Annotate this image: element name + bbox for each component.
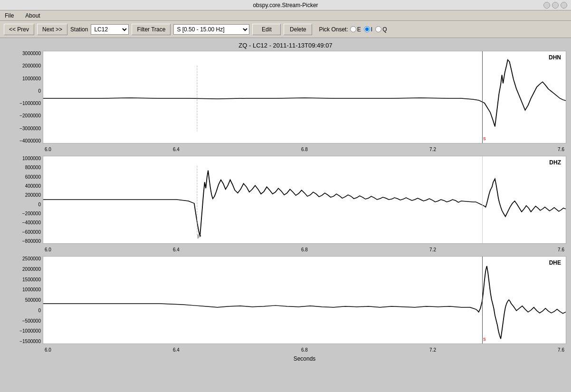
radio-q-label: Q xyxy=(382,26,387,33)
radio-q[interactable]: Q xyxy=(375,26,387,33)
waveform-dhz: P xyxy=(43,156,566,243)
title-bar: obspy.core.Stream-Picker xyxy=(0,0,571,10)
chart-title: ZQ - LC12 - 2011-11-13T09:49:07 xyxy=(5,42,566,49)
radio-e-label: E xyxy=(357,26,361,33)
waveform-dhe xyxy=(43,257,566,344)
filter-trace-button[interactable]: Filter Trace xyxy=(132,24,171,35)
content-area: ZQ - LC12 - 2011-11-13T09:49:07 3000000 … xyxy=(0,38,571,364)
chart-dhz: 1000000 800000 600000 400000 200000 0 −2… xyxy=(5,156,566,244)
toolbar: << Prev Next >> Station LC12 Filter Trac… xyxy=(0,21,571,38)
radio-e-input[interactable] xyxy=(350,26,356,32)
x-axis-dhe: 6.0 6.4 6.8 7.2 7.6 xyxy=(43,347,566,353)
pick-onset-label: Pick Onset: xyxy=(319,26,348,33)
window-title: obspy.core.Stream-Picker xyxy=(253,2,318,9)
radio-i[interactable]: I xyxy=(364,26,372,33)
dhn-label: DHN xyxy=(549,54,561,61)
dhe-label: DHE xyxy=(549,259,561,266)
chart-dhe: 2500000 2000000 1500000 1000000 500000 0… xyxy=(5,256,566,344)
x-axis-label: Seconds xyxy=(43,355,566,362)
close-button[interactable] xyxy=(561,2,567,9)
menu-about[interactable]: About xyxy=(22,11,43,20)
prev-button[interactable]: << Prev xyxy=(4,24,34,35)
menu-file[interactable]: File xyxy=(2,11,17,20)
pick-onset-group: Pick Onset: E I Q xyxy=(319,26,387,33)
delete-button[interactable]: Delete xyxy=(284,24,312,35)
waveform-dhn xyxy=(43,51,566,143)
maximize-button[interactable] xyxy=(552,2,559,9)
s-label-dhe: s xyxy=(483,336,486,342)
x-axis-row-dhe: 6.0 6.4 6.8 7.2 7.6 xyxy=(43,345,566,354)
filter-select[interactable]: S [0.50 - 15.00 Hz] xyxy=(173,24,249,35)
y-axis-dhn: 3000000 2000000 1000000 0 −1000000 −2000… xyxy=(5,51,43,143)
red-line-dhe xyxy=(482,257,483,344)
radio-i-input[interactable] xyxy=(364,26,370,32)
station-select[interactable]: LC12 xyxy=(91,24,129,35)
chart-area-dhn[interactable]: DHN s xyxy=(43,51,566,143)
y-axis-dhe: 2500000 2000000 1500000 1000000 500000 0… xyxy=(5,256,43,344)
radio-i-label: I xyxy=(371,26,372,33)
dhz-label: DHZ xyxy=(549,159,561,166)
radio-e[interactable]: E xyxy=(350,26,361,33)
radio-group: E I Q xyxy=(350,26,387,33)
minimize-button[interactable] xyxy=(543,2,550,9)
x-axis-dhz: 6.0 6.4 6.8 7.2 7.6 xyxy=(43,247,566,252)
red-line-dhn xyxy=(482,51,483,143)
x-axis-row-dhn: 6.0 6.4 6.8 7.2 7.6 xyxy=(43,144,566,154)
window-controls xyxy=(543,2,567,9)
radio-q-input[interactable] xyxy=(375,26,381,32)
station-label: Station xyxy=(70,26,88,33)
menu-bar: File About xyxy=(0,10,571,21)
edit-button[interactable]: Edit xyxy=(252,24,281,35)
s-label-dhn: s xyxy=(483,135,486,141)
chart-dhn: 3000000 2000000 1000000 0 −1000000 −2000… xyxy=(5,51,566,143)
x-axis-row-dhz: 6.0 6.4 6.8 7.2 7.6 xyxy=(43,245,566,254)
svg-text:P: P xyxy=(197,234,201,239)
chart-area-dhz[interactable]: DHZ P xyxy=(43,156,566,244)
x-axis-dhn: 6.0 6.4 6.8 7.2 7.6 xyxy=(43,147,566,152)
y-axis-dhz: 1000000 800000 600000 400000 200000 0 −2… xyxy=(5,156,43,244)
next-button[interactable]: Next >> xyxy=(37,24,67,35)
chart-container: 3000000 2000000 1000000 0 −1000000 −2000… xyxy=(5,51,566,362)
guide-line-dhz xyxy=(482,156,483,243)
chart-area-dhe[interactable]: DHE s xyxy=(43,256,566,344)
